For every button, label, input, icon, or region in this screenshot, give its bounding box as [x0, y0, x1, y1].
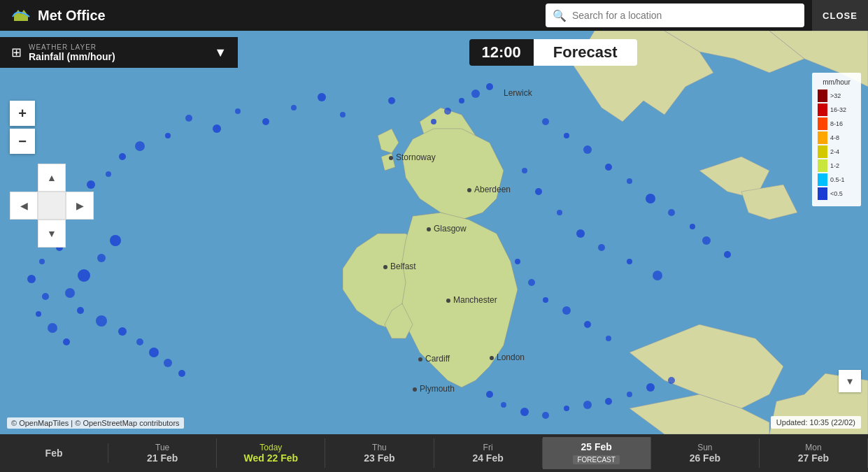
- svg-point-40: [627, 178, 632, 184]
- svg-point-73: [486, 83, 493, 90]
- close-button[interactable]: CLOSE: [812, 0, 868, 31]
- nav-down-button[interactable]: ▼: [38, 220, 66, 248]
- legend-label: <0.5: [830, 190, 843, 197]
- svg-point-70: [444, 108, 451, 115]
- map-svg: [0, 31, 868, 434]
- logo-area: Met Office: [0, 6, 117, 25]
- time-bar: 12:00 Forecast: [238, 37, 868, 68]
- timeline-day-name: Thu: [325, 443, 433, 452]
- svg-point-9: [185, 115, 192, 122]
- svg-point-28: [65, 288, 75, 298]
- svg-point-48: [557, 210, 562, 215]
- search-area[interactable]: 🔍: [546, 3, 804, 27]
- timeline-item[interactable]: Sun26 Feb: [651, 438, 760, 468]
- svg-point-65: [543, 297, 548, 303]
- legend-scroll-down-button[interactable]: ▼: [839, 370, 861, 392]
- search-input[interactable]: [572, 10, 797, 21]
- svg-point-42: [668, 209, 675, 216]
- svg-point-61: [646, 383, 655, 392]
- legend-color-swatch: [818, 159, 827, 172]
- svg-point-26: [97, 254, 106, 262]
- legend-color-swatch: [818, 103, 827, 116]
- legend-label: 2-4: [830, 148, 839, 155]
- legend-items: >3216-328-164-82-41-20.5-1<0.5: [818, 89, 855, 201]
- timeline-forecast-label: FORECAST: [573, 455, 619, 464]
- svg-point-20: [27, 275, 36, 283]
- legend-title: mm/hour: [818, 78, 855, 86]
- svg-point-66: [562, 306, 571, 315]
- legend-label: 4-8: [830, 134, 839, 141]
- timeline-item[interactable]: TodayWed 22 Feb: [217, 438, 325, 468]
- legend-label: >32: [830, 92, 841, 99]
- svg-point-10: [165, 133, 171, 138]
- svg-point-59: [605, 398, 612, 405]
- timeline-item[interactable]: 25 FebFORECAST: [543, 437, 651, 469]
- legend-item: <0.5: [818, 187, 855, 201]
- time-display: 12:00: [469, 39, 534, 66]
- timeline-day-date: 25 Feb: [543, 441, 650, 452]
- svg-point-64: [528, 279, 535, 286]
- legend-color-swatch: [818, 117, 827, 130]
- svg-point-2: [388, 97, 395, 104]
- svg-point-72: [471, 90, 480, 98]
- timeline-day-name: Fri: [434, 443, 542, 452]
- svg-point-31: [118, 327, 127, 336]
- timeline-day-name: Sun: [651, 443, 759, 452]
- nav-center: [38, 192, 66, 220]
- layer-info: WEATHER LAYER Rainfall (mm/hour): [29, 43, 214, 62]
- svg-point-29: [77, 307, 84, 314]
- zoom-out-button[interactable]: −: [10, 129, 35, 154]
- svg-point-62: [668, 377, 675, 384]
- timeline-item[interactable]: Feb: [0, 443, 108, 463]
- svg-point-8: [213, 124, 221, 133]
- legend-item: 1-2: [818, 159, 855, 173]
- zoom-in-button[interactable]: +: [10, 101, 35, 126]
- svg-point-32: [136, 338, 143, 345]
- svg-point-44: [702, 236, 711, 245]
- timeline-day-date: Wed 22 Feb: [217, 452, 325, 464]
- svg-point-57: [564, 406, 569, 411]
- timeline-item[interactable]: Fri24 Feb: [434, 438, 543, 468]
- logo-text: Met Office: [38, 8, 106, 24]
- svg-point-50: [598, 244, 605, 251]
- svg-point-37: [564, 133, 569, 138]
- svg-point-46: [522, 168, 527, 173]
- nav-up-button[interactable]: ▲: [38, 164, 66, 192]
- timeline-day-date: 27 Feb: [760, 452, 867, 464]
- legend-color-swatch: [818, 145, 827, 158]
- svg-point-36: [542, 118, 549, 125]
- svg-point-24: [63, 338, 70, 345]
- svg-point-4: [318, 93, 326, 101]
- svg-point-30: [96, 315, 107, 327]
- svg-point-56: [542, 412, 549, 419]
- timeline-day-date: 21 Feb: [108, 452, 216, 464]
- legend-color-swatch: [818, 187, 827, 200]
- svg-point-13: [106, 171, 111, 177]
- svg-point-3: [340, 112, 346, 117]
- map-zoom-controls: + −: [10, 101, 35, 154]
- svg-point-71: [459, 98, 464, 103]
- timeline-item[interactable]: Tue21 Feb: [108, 438, 217, 468]
- rainfall-legend: mm/hour >3216-328-164-82-41-20.5-1<0.5: [812, 73, 861, 206]
- layer-selector[interactable]: ⊞ WEATHER LAYER Rainfall (mm/hour) ▼: [0, 37, 238, 68]
- svg-point-55: [520, 408, 529, 416]
- svg-point-47: [535, 188, 542, 195]
- legend-label: 16-32: [830, 106, 846, 113]
- timeline-item[interactable]: Mon27 Feb: [760, 438, 868, 468]
- layer-label: WEATHER LAYER: [29, 43, 214, 51]
- layer-name: Rainfall (mm/hour): [29, 51, 214, 62]
- nav-left-button[interactable]: ◀: [10, 192, 38, 220]
- map-area[interactable]: Lerwick Stornoway Aberdeen Glasgow Belfa…: [0, 31, 868, 434]
- legend-item: 2-4: [818, 145, 855, 159]
- svg-point-69: [431, 119, 436, 124]
- nav-right-button[interactable]: ▶: [66, 192, 94, 220]
- timeline-day-date: Feb: [0, 448, 108, 459]
- svg-point-25: [110, 235, 121, 246]
- svg-point-6: [262, 118, 269, 125]
- legend-label: 1-2: [830, 162, 839, 169]
- timeline-day-name: Mon: [760, 443, 867, 452]
- svg-point-45: [724, 251, 731, 258]
- legend-color-swatch: [818, 173, 827, 186]
- timeline-item[interactable]: Thu23 Feb: [325, 438, 434, 468]
- svg-point-63: [515, 259, 520, 264]
